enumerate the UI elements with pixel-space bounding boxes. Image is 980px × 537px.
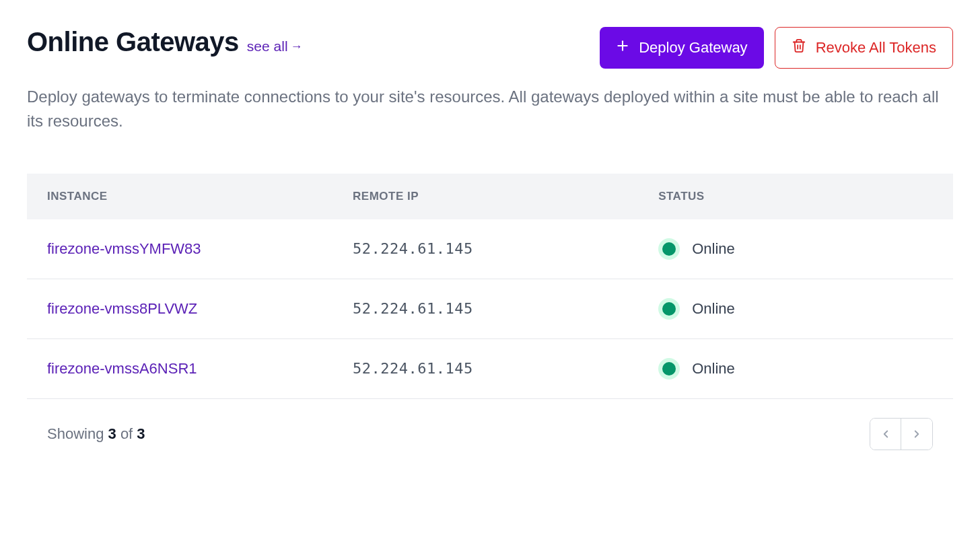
pager-next-button[interactable] — [901, 419, 932, 450]
instance-header: INSTANCE — [27, 174, 332, 219]
remote-ip-header: REMOTE IP — [332, 174, 638, 219]
status-indicator-icon — [658, 298, 680, 320]
status-text: Online — [692, 360, 735, 378]
pager — [870, 418, 933, 450]
revoke-all-tokens-button[interactable]: Revoke All Tokens — [775, 27, 953, 69]
showing-text: Showing 3 of 3 — [47, 425, 145, 443]
description-text: Deploy gateways to terminate connections… — [27, 85, 953, 133]
status-indicator-icon — [658, 358, 680, 380]
revoke-all-tokens-label: Revoke All Tokens — [816, 39, 936, 57]
see-all-link[interactable]: see all → — [247, 38, 303, 55]
remote-ip-value: 52.224.61.145 — [353, 300, 473, 317]
arrow-right-icon: → — [291, 40, 303, 54]
gateways-table: INSTANCE REMOTE IP STATUS firezone-vmssY… — [27, 174, 953, 399]
instance-link[interactable]: firezone-vmssA6NSR1 — [47, 360, 197, 377]
trash-icon — [792, 38, 806, 57]
pager-prev-button[interactable] — [870, 419, 901, 450]
status-text: Online — [692, 240, 735, 258]
plus-icon — [616, 39, 629, 57]
remote-ip-value: 52.224.61.145 — [353, 360, 473, 377]
chevron-right-icon — [911, 428, 923, 440]
status-text: Online — [692, 300, 735, 318]
page-title: Online Gateways — [27, 27, 239, 57]
deploy-gateway-label: Deploy Gateway — [639, 39, 747, 57]
table-row: firezone-vmssYMFW8352.224.61.145Online — [27, 219, 953, 279]
status-indicator-icon — [658, 238, 680, 260]
instance-link[interactable]: firezone-vmssYMFW83 — [47, 240, 201, 257]
table-row: firezone-vmss8PLVWZ52.224.61.145Online — [27, 279, 953, 339]
table-row: firezone-vmssA6NSR152.224.61.145Online — [27, 339, 953, 399]
status-header: STATUS — [638, 174, 953, 219]
see-all-label: see all — [247, 38, 288, 55]
chevron-left-icon — [880, 428, 892, 440]
remote-ip-value: 52.224.61.145 — [353, 240, 473, 257]
deploy-gateway-button[interactable]: Deploy Gateway — [600, 27, 763, 69]
instance-link[interactable]: firezone-vmss8PLVWZ — [47, 300, 197, 317]
